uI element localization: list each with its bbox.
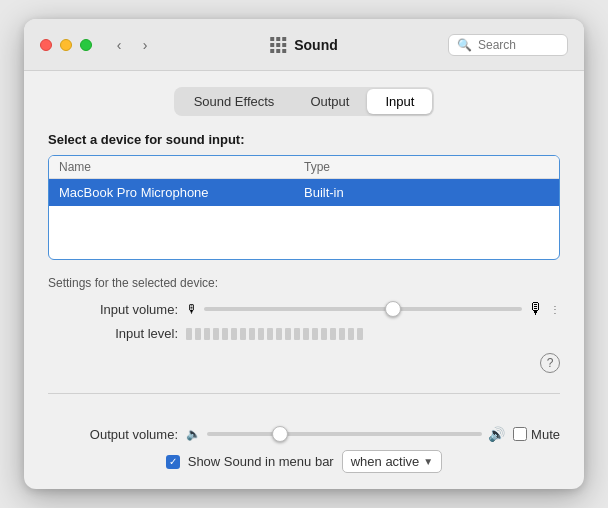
settings-label: Settings for the selected device: [48, 276, 560, 290]
device-list: MacBook Pro Microphone Built-in [49, 179, 559, 259]
settings-section: Settings for the selected device: Input … [48, 276, 560, 341]
search-area[interactable]: 🔍 [448, 34, 568, 56]
level-bar [213, 328, 219, 340]
tab-output[interactable]: Output [292, 89, 367, 114]
level-bar [276, 328, 282, 340]
table-header: Name Type [49, 156, 559, 179]
chevron-down-icon: ▼ [423, 456, 433, 467]
search-icon: 🔍 [457, 38, 472, 52]
level-bar [321, 328, 327, 340]
output-volume-label: Output volume: [48, 427, 178, 442]
search-input[interactable] [478, 38, 559, 52]
back-button[interactable]: ‹ [108, 34, 130, 56]
mute-checkbox[interactable] [513, 427, 527, 441]
input-volume-row: Input volume: 🎙 🎙 ⋮ [48, 300, 560, 318]
level-bar [258, 328, 264, 340]
device-type: Built-in [304, 185, 549, 200]
checkmark-icon: ✓ [169, 457, 177, 467]
bottom-section: Output volume: 🔈 🔊 Mute ✓ Show Sound in … [24, 426, 584, 489]
level-bar [312, 328, 318, 340]
input-volume-slider[interactable] [204, 307, 522, 311]
level-bar [267, 328, 273, 340]
input-volume-slider-container: 🎙 🎙 ⋮ [186, 300, 560, 318]
level-bar [303, 328, 309, 340]
input-volume-label: Input volume: [48, 302, 178, 317]
title-area: Sound [270, 37, 338, 53]
main-content: Sound Effects Output Input Select a devi… [24, 71, 584, 426]
mute-container: Mute [513, 427, 560, 442]
show-sound-checkbox[interactable]: ✓ [166, 455, 180, 469]
level-bar [294, 328, 300, 340]
dropdown-value: when active [351, 454, 420, 469]
preferences-window: ‹ › Sound 🔍 Sound Effects Output Input [24, 19, 584, 489]
device-table: Name Type MacBook Pro Microphone Built-i… [48, 155, 560, 260]
close-button[interactable] [40, 39, 52, 51]
level-bar [222, 328, 228, 340]
mute-label: Mute [531, 427, 560, 442]
help-area: ? [48, 349, 560, 381]
output-volume-slider-container: 🔈 🔊 [186, 426, 505, 442]
divider [48, 393, 560, 394]
titlebar: ‹ › Sound 🔍 [24, 19, 584, 71]
level-bar [231, 328, 237, 340]
level-bar [330, 328, 336, 340]
output-vol-low-icon: 🔈 [186, 427, 201, 441]
volume-low-icon: 🎙 [186, 302, 198, 316]
traffic-lights [40, 39, 92, 51]
output-vol-high-icon: 🔊 [488, 426, 505, 442]
table-row[interactable]: MacBook Pro Microphone Built-in [49, 179, 559, 206]
volume-menu-icon: ⋮ [550, 304, 560, 315]
level-bar [204, 328, 210, 340]
show-sound-row: ✓ Show Sound in menu bar when active ▼ [48, 450, 560, 473]
maximize-button[interactable] [80, 39, 92, 51]
level-bar [348, 328, 354, 340]
level-bar [195, 328, 201, 340]
input-level-bars [186, 328, 363, 340]
input-level-label: Input level: [48, 326, 178, 341]
input-level-row: Input level: [48, 326, 560, 341]
level-bar [249, 328, 255, 340]
level-bar [240, 328, 246, 340]
when-active-dropdown[interactable]: when active ▼ [342, 450, 443, 473]
output-volume-row: Output volume: 🔈 🔊 Mute [48, 426, 560, 442]
tab-sound-effects[interactable]: Sound Effects [176, 89, 293, 114]
device-section-label: Select a device for sound input: [48, 132, 560, 147]
tabs: Sound Effects Output Input [174, 87, 435, 116]
grid-icon [270, 37, 286, 53]
nav-buttons: ‹ › [108, 34, 156, 56]
col-header-type: Type [304, 160, 549, 174]
level-bar [357, 328, 363, 340]
minimize-button[interactable] [60, 39, 72, 51]
volume-high-icon: 🎙 [528, 300, 544, 318]
window-title: Sound [294, 37, 338, 53]
help-button[interactable]: ? [540, 353, 560, 373]
level-bar [186, 328, 192, 340]
forward-button[interactable]: › [134, 34, 156, 56]
col-header-name: Name [59, 160, 304, 174]
output-volume-slider[interactable] [207, 432, 482, 436]
tab-input[interactable]: Input [367, 89, 432, 114]
device-name: MacBook Pro Microphone [59, 185, 304, 200]
level-bar [339, 328, 345, 340]
show-sound-label: Show Sound in menu bar [188, 454, 334, 469]
level-bar [285, 328, 291, 340]
tabs-container: Sound Effects Output Input [48, 87, 560, 116]
